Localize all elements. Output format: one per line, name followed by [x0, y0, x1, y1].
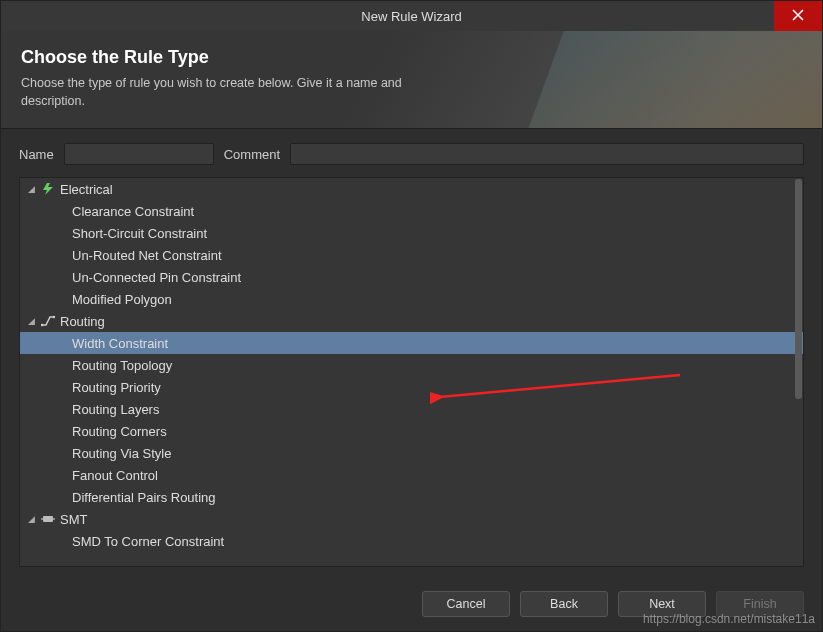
tree-item[interactable]: SMD To Corner Constraint: [20, 530, 803, 552]
tree-item[interactable]: Differential Pairs Routing: [20, 486, 803, 508]
watermark: https://blog.csdn.net/mistake11a: [643, 612, 815, 626]
tree-item-label: Routing Priority: [72, 380, 161, 395]
scrollbar[interactable]: [795, 179, 802, 399]
tree-item-label: Un-Routed Net Constraint: [72, 248, 222, 263]
tree-item[interactable]: Modified Polygon: [20, 288, 803, 310]
svg-rect-3: [41, 518, 43, 520]
comment-input[interactable]: [290, 143, 804, 165]
tree-item[interactable]: Un-Connected Pin Constraint: [20, 266, 803, 288]
titlebar: New Rule Wizard: [1, 1, 822, 31]
tree-category-label: Routing: [60, 314, 105, 329]
close-button[interactable]: [774, 1, 822, 31]
svg-point-1: [53, 316, 55, 319]
page-description: Choose the type of rule you wish to crea…: [21, 74, 441, 110]
wizard-header: Choose the Rule Type Choose the type of …: [1, 31, 822, 129]
back-button[interactable]: Back: [520, 591, 608, 617]
page-title: Choose the Rule Type: [21, 47, 802, 68]
tree-item-label: Short-Circuit Constraint: [72, 226, 207, 241]
tree-category-smt[interactable]: ◢SMT: [20, 508, 803, 530]
routing-icon: [40, 313, 56, 329]
tree-category-label: Electrical: [60, 182, 113, 197]
tree-item-label: Un-Connected Pin Constraint: [72, 270, 241, 285]
electrical-icon: [40, 181, 56, 197]
content-area: Name Comment ◢ElectricalClearance Constr…: [1, 129, 822, 581]
tree-item-label: Width Constraint: [72, 336, 168, 351]
tree-item[interactable]: Short-Circuit Constraint: [20, 222, 803, 244]
tree-item[interactable]: Routing Layers: [20, 398, 803, 420]
tree-item[interactable]: Width Constraint: [20, 332, 803, 354]
tree-item-label: Routing Corners: [72, 424, 167, 439]
wizard-window: New Rule Wizard Choose the Rule Type Cho…: [0, 0, 823, 632]
tree-item-label: Routing Via Style: [72, 446, 172, 461]
tree-category-label: SMT: [60, 512, 87, 527]
tree-item-label: Fanout Control: [72, 468, 158, 483]
tree-category-electrical[interactable]: ◢Electrical: [20, 178, 803, 200]
comment-label: Comment: [224, 147, 280, 162]
tree-item-label: Routing Layers: [72, 402, 159, 417]
chevron-down-icon: ◢: [26, 316, 36, 326]
tree-item[interactable]: Routing Via Style: [20, 442, 803, 464]
smt-icon: [40, 511, 56, 527]
svg-rect-2: [43, 516, 53, 522]
close-icon: [792, 7, 804, 25]
tree-item[interactable]: Clearance Constraint: [20, 200, 803, 222]
tree-category-routing[interactable]: ◢Routing: [20, 310, 803, 332]
tree-item-label: SMD To Corner Constraint: [72, 534, 224, 549]
tree-item[interactable]: Routing Topology: [20, 354, 803, 376]
window-title: New Rule Wizard: [361, 9, 461, 24]
tree-item[interactable]: Routing Corners: [20, 420, 803, 442]
chevron-down-icon: ◢: [26, 514, 36, 524]
tree-item[interactable]: Routing Priority: [20, 376, 803, 398]
tree-item-label: Modified Polygon: [72, 292, 172, 307]
name-label: Name: [19, 147, 54, 162]
chevron-down-icon: ◢: [26, 184, 36, 194]
cancel-button[interactable]: Cancel: [422, 591, 510, 617]
tree-item-label: Clearance Constraint: [72, 204, 194, 219]
svg-rect-4: [53, 518, 55, 520]
name-input[interactable]: [64, 143, 214, 165]
name-comment-row: Name Comment: [19, 143, 804, 165]
tree-item-label: Routing Topology: [72, 358, 172, 373]
tree-item[interactable]: Un-Routed Net Constraint: [20, 244, 803, 266]
rule-tree[interactable]: ◢ElectricalClearance ConstraintShort-Cir…: [19, 177, 804, 567]
tree-item-label: Differential Pairs Routing: [72, 490, 216, 505]
svg-point-0: [41, 324, 43, 327]
tree-item[interactable]: Fanout Control: [20, 464, 803, 486]
